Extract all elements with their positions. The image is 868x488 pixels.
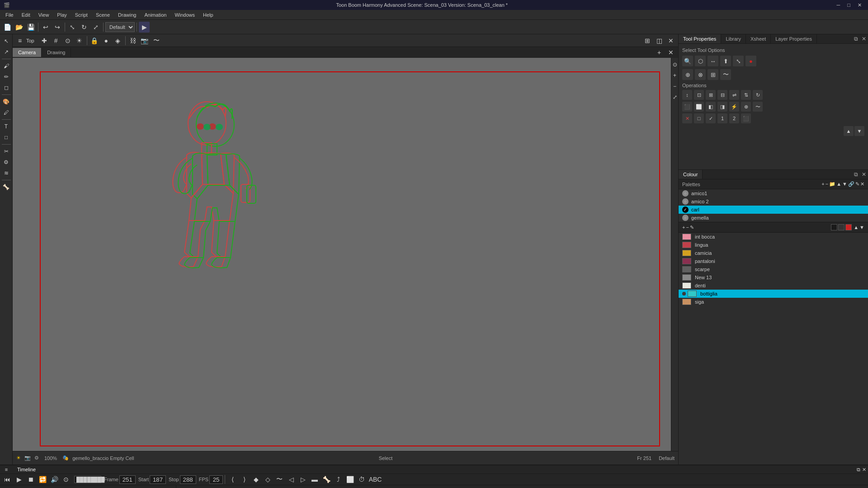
camera-btn[interactable]: 📷: [139, 35, 150, 46]
subselect-tool[interactable]: ↗: [1, 47, 11, 57]
eraser-tool[interactable]: ◻: [1, 83, 11, 93]
tl-start-input[interactable]: [150, 475, 166, 484]
color-item-scarpe[interactable]: scarpe: [679, 265, 868, 273]
nav-up-btn[interactable]: ▲: [844, 126, 854, 136]
deform-tool[interactable]: ≋: [1, 168, 11, 178]
rigging-tool[interactable]: ⚙: [1, 157, 11, 167]
tab-drawing[interactable]: Drawing: [42, 48, 71, 57]
paint-tool[interactable]: 🎨: [1, 97, 11, 107]
tl-render-btn[interactable]: ⬜: [344, 474, 355, 485]
tl-frame-input[interactable]: 251: [119, 475, 136, 484]
tl-stop-input[interactable]: [180, 475, 196, 484]
pencil-tool[interactable]: ✏: [1, 72, 11, 82]
nav-center-btn[interactable]: ⊙: [670, 60, 679, 70]
color-item-lingua[interactable]: lingua: [679, 241, 868, 249]
swatch-remove-btn[interactable]: −: [686, 225, 689, 230]
palette-x-btn[interactable]: ✕: [860, 181, 864, 187]
tab-layer-properties[interactable]: Layer Properties: [771, 34, 817, 43]
alt-color-swatch[interactable]: [845, 224, 852, 230]
apply-to-all-icon[interactable]: ⊕: [682, 69, 693, 80]
tl-prev-key-btn[interactable]: ⟨: [227, 474, 238, 485]
op-align-left-icon[interactable]: ⊡: [694, 90, 704, 100]
bone-rigging-btn[interactable]: ⛓: [127, 35, 138, 46]
ink-tool[interactable]: 🖊: [1, 108, 11, 117]
view-expand-btn[interactable]: ⊞: [642, 35, 653, 46]
op-num1-icon[interactable]: 1: [717, 113, 727, 123]
transform-mode-btn[interactable]: ✚: [39, 35, 50, 46]
nav-expand-btn[interactable]: ⤢: [670, 92, 679, 102]
color-item-siga[interactable]: siga: [679, 298, 868, 306]
transform-peg-icon[interactable]: ↔: [708, 56, 718, 66]
op-align-center-icon[interactable]: ⊞: [706, 90, 716, 100]
tl-IK-btn[interactable]: 🦴: [321, 474, 332, 485]
palette-edit-btn[interactable]: ✎: [855, 181, 859, 187]
color-item-camicia[interactable]: camicia: [679, 249, 868, 257]
tl-del-key-btn[interactable]: ◇: [262, 474, 273, 485]
tl-next-key-btn[interactable]: ⟩: [239, 474, 250, 485]
tl-add-key-btn[interactable]: ◆: [250, 474, 261, 485]
grid-btn[interactable]: #: [51, 35, 61, 46]
deform-btn2[interactable]: 〜: [151, 35, 162, 46]
op-num2-icon[interactable]: 2: [729, 113, 739, 123]
smooth-icon[interactable]: 〜: [720, 69, 731, 80]
bone-tool[interactable]: 🦴: [1, 182, 11, 192]
scale-button[interactable]: ⤢: [90, 22, 101, 33]
view-mode-select[interactable]: Default: [105, 22, 135, 32]
open-button[interactable]: 📂: [14, 22, 24, 33]
tl-stop-btn[interactable]: ⏹: [25, 474, 36, 485]
tab-camera[interactable]: Camera: [13, 48, 42, 57]
save-button[interactable]: 💾: [25, 22, 36, 33]
menu-edit[interactable]: Edit: [18, 11, 34, 19]
color-btn[interactable]: ●: [101, 35, 112, 46]
rotate-button[interactable]: ↻: [79, 22, 90, 33]
tab-xsheet[interactable]: Xsheet: [746, 34, 771, 43]
panel-float-btn[interactable]: ⧉: [852, 35, 860, 43]
tl-hold-btn[interactable]: ▬: [309, 474, 320, 485]
op-align-right-icon[interactable]: ⊟: [717, 90, 727, 100]
op-ungroup-icon[interactable]: ⬜: [694, 102, 704, 112]
color-item-denti[interactable]: denti: [679, 282, 868, 290]
swatch-add-btn[interactable]: +: [682, 225, 685, 230]
break-apart-icon[interactable]: ⊗: [695, 69, 706, 80]
color-item-int-bocca[interactable]: int bocca: [679, 233, 868, 241]
color-float-btn[interactable]: ⧉: [852, 170, 860, 178]
tl-onion-btn[interactable]: ⊙: [61, 474, 71, 485]
op-bring-front-icon[interactable]: ◧: [706, 102, 716, 112]
op-num3-icon[interactable]: ⬛: [741, 113, 751, 123]
menu-scene[interactable]: Scene: [92, 11, 113, 19]
palette-item-gemella[interactable]: ○ gemella: [679, 214, 868, 222]
brush-tool[interactable]: 🖌: [1, 61, 11, 71]
color-item-pantaloni[interactable]: pantaloni: [679, 257, 868, 265]
transform-button[interactable]: ⤡: [67, 22, 78, 33]
palette-item-carl[interactable]: ✓ carl: [679, 206, 868, 214]
symbol-btn[interactable]: ◈: [113, 35, 123, 46]
timeline-menu-btn[interactable]: ≡: [0, 467, 13, 472]
view-close-btn[interactable]: ✕: [665, 35, 676, 46]
remove-layer-btn[interactable]: −: [30, 486, 41, 488]
menu-help[interactable]: Help: [199, 11, 217, 19]
tl-ease-out-btn[interactable]: ▷: [297, 474, 308, 485]
tl-sound-btn[interactable]: 🔊: [49, 474, 60, 485]
transform-all-icon[interactable]: ⤡: [733, 56, 744, 66]
panel-close-btn[interactable]: ✕: [860, 35, 868, 43]
tl-ease-btn[interactable]: 〜: [274, 474, 285, 485]
color-item-bottiglia[interactable]: bottiglia: [679, 290, 868, 298]
palette-remove-btn[interactable]: −: [826, 181, 828, 187]
op-close-icon[interactable]: ✕: [682, 113, 692, 123]
menu-script[interactable]: Script: [71, 11, 91, 19]
swatch-nav-down[interactable]: ▼: [859, 225, 864, 230]
light-btn[interactable]: ☀: [74, 35, 85, 46]
view-close-tab-btn[interactable]: ✕: [665, 47, 676, 58]
tl-text-btn[interactable]: ABC: [370, 474, 381, 485]
op-send-back-icon[interactable]: ◨: [717, 102, 727, 112]
color-close-btn[interactable]: ✕: [860, 170, 868, 178]
op-rect-icon[interactable]: □: [694, 113, 704, 123]
palette-item-amico2[interactable]: ○ amico 2: [679, 197, 868, 206]
swatch-edit-btn[interactable]: ✎: [690, 225, 694, 230]
color-item-new13[interactable]: New 13: [679, 273, 868, 282]
palette-add-btn[interactable]: +: [821, 181, 824, 187]
close-button[interactable]: ✕: [855, 2, 864, 8]
tl-motion-btn[interactable]: ⤴: [333, 474, 344, 485]
op-break-icon[interactable]: ⚡: [729, 102, 739, 112]
op-deform-icon[interactable]: 〜: [753, 102, 763, 112]
